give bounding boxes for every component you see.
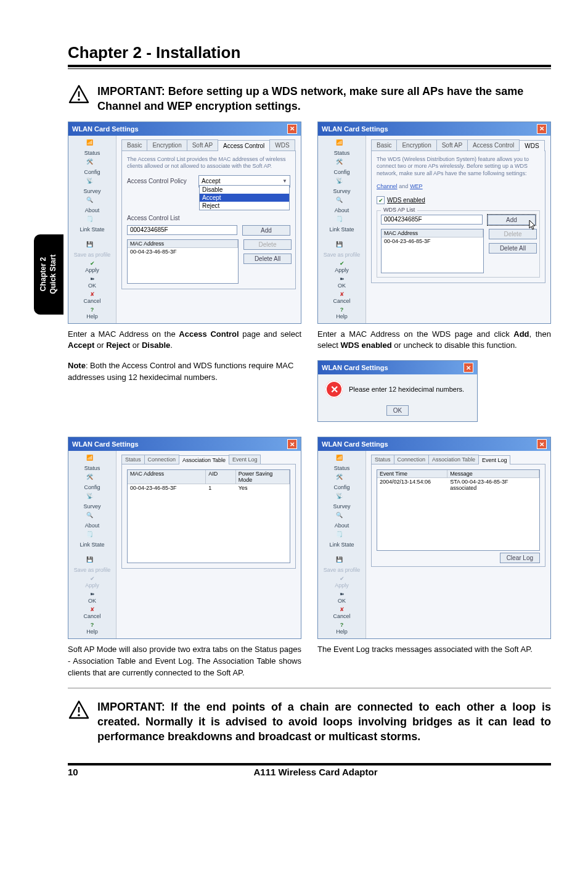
tab-softap[interactable]: Soft AP	[436, 139, 468, 151]
event-listbox[interactable]: Event Time Message 2004/02/13-14:54:06 S…	[377, 469, 540, 551]
sidebar-item-config[interactable]: 🛠️Config	[321, 474, 363, 490]
sidebar-item-cancel[interactable]: ✘Cancel	[321, 606, 363, 619]
tab-access-control[interactable]: Access Control	[467, 139, 520, 151]
sidebar-item-ok[interactable]: ➽OK	[321, 591, 363, 604]
tab-basic[interactable]: Basic	[121, 139, 147, 151]
sidebar-item-save-profile: 💾Save as profile	[321, 241, 363, 258]
sidebar-item-cancel[interactable]: ✘Cancel	[71, 606, 113, 619]
about-icon: 🔍	[86, 197, 99, 207]
sidebar-item-apply[interactable]: ✔Apply	[71, 260, 113, 273]
sidebar-item-status[interactable]: 📶Status	[321, 139, 363, 156]
close-icon[interactable]: ✕	[463, 363, 473, 373]
tab-basic[interactable]: Basic	[371, 139, 397, 151]
survey-icon: 📡	[86, 493, 99, 503]
tab-encryption[interactable]: Encryption	[147, 139, 187, 151]
sidebar-item-survey[interactable]: 📡Survey	[71, 493, 113, 510]
sidebar-item-about[interactable]: 🔍About	[71, 512, 113, 529]
sidebar-item-help[interactable]: ?Help	[321, 622, 363, 635]
col-mac: MAC Address	[382, 229, 483, 237]
sidebar-item-apply[interactable]: ✔Apply	[321, 260, 363, 273]
policy-select[interactable]: Accept ▼ Disable Accept Reject	[198, 175, 290, 188]
save-icon: 💾	[336, 556, 348, 566]
delete-all-button[interactable]: Delete All	[243, 254, 292, 264]
important-text-2: IMPORTANT: If the end points of a chain …	[97, 699, 551, 745]
assoc-listbox[interactable]: MAC Address AID Power Saving Mode 00-04-…	[127, 469, 290, 563]
sidebar-item-linkstate[interactable]: 🗒️Link State	[71, 531, 113, 548]
ok-icon: ➽	[90, 276, 95, 282]
checkbox-icon: ✔	[377, 196, 385, 204]
cell-mac: 00-04-23-46-85-3F	[128, 484, 206, 492]
policy-dropdown[interactable]: Disable Accept Reject	[199, 185, 290, 210]
wds-add-button[interactable]: Add	[488, 215, 536, 225]
clear-log-button[interactable]: Clear Log	[500, 553, 540, 563]
delete-button[interactable]: Delete	[489, 229, 537, 239]
tab-wds[interactable]: WDS	[519, 140, 544, 151]
tab-event-log[interactable]: Event Log	[478, 455, 511, 464]
mac-row[interactable]: 00-04-23-46-85-3F	[128, 248, 238, 255]
wds-mac-listbox[interactable]: MAC Address 00-04-23-46-85-3F	[381, 229, 484, 273]
caption-access: Enter a MAC Address on the Access Contro…	[68, 329, 301, 352]
sidebar-item-survey[interactable]: 📡Survey	[71, 178, 113, 194]
tab-assoc-table[interactable]: Association Table	[428, 455, 479, 464]
sidebar-item-save-profile: 💾Save as profile	[71, 241, 113, 258]
group-title: WDS AP List	[381, 207, 417, 213]
sidebar-item-linkstate[interactable]: 🗒️Link State	[321, 216, 363, 233]
tab-softap[interactable]: Soft AP	[187, 139, 218, 151]
sidebar-item-status[interactable]: 📶Status	[71, 455, 113, 471]
dialog-title: WLAN Card Settings	[322, 440, 388, 448]
sidebar-item-about[interactable]: 🔍About	[321, 197, 363, 213]
wds-mac-input[interactable]: 0004234685F	[381, 215, 483, 225]
mac-row[interactable]: 00-04-23-46-85-3F	[382, 237, 483, 245]
tab-connection[interactable]: Connection	[144, 455, 180, 464]
sidebar-item-cancel[interactable]: ✘Cancel	[321, 291, 363, 304]
config-icon: 🛠️	[86, 474, 99, 484]
sidebar-item-ok[interactable]: ➽OK	[71, 591, 113, 604]
col-mac: MAC Address	[128, 240, 238, 248]
tab-assoc-table[interactable]: Association Table	[179, 455, 229, 464]
dialog-sidebar: 📶Status 🛠️Config 📡Survey 🔍About 🗒️Link S…	[318, 451, 366, 638]
close-icon[interactable]: ✕	[537, 124, 547, 134]
sidebar-item-ok[interactable]: ➽OK	[321, 276, 363, 289]
title-rule-thick	[68, 65, 551, 67]
tab-wds[interactable]: WDS	[269, 139, 295, 151]
sidebar-item-help[interactable]: ?Help	[71, 622, 113, 635]
wep-link[interactable]: WEP	[410, 183, 423, 189]
tab-encryption[interactable]: Encryption	[396, 139, 436, 151]
sidebar-item-config[interactable]: 🛠️Config	[71, 159, 113, 175]
tab-access-control[interactable]: Access Control	[218, 140, 270, 151]
sidebar-item-linkstate[interactable]: 🗒️Link State	[71, 216, 113, 233]
sidebar-item-ok[interactable]: ➽OK	[71, 276, 113, 289]
sidebar-item-status[interactable]: 📶Status	[71, 139, 113, 156]
delete-button[interactable]: Delete	[243, 239, 292, 250]
close-icon[interactable]: ✕	[287, 124, 297, 134]
sidebar-item-config[interactable]: 🛠️Config	[321, 159, 363, 175]
tab-status[interactable]: Status	[371, 455, 394, 464]
add-button[interactable]: Add	[242, 225, 290, 236]
sidebar-item-status[interactable]: 📶Status	[321, 455, 363, 471]
mac-input[interactable]: 0004234685F	[127, 225, 237, 235]
close-icon[interactable]: ✕	[537, 439, 547, 449]
sidebar-item-survey[interactable]: 📡Survey	[321, 493, 363, 510]
sidebar-item-linkstate[interactable]: 🗒️Link State	[321, 531, 363, 548]
sidebar-item-help[interactable]: ?Help	[71, 307, 113, 320]
tab-connection[interactable]: Connection	[394, 455, 430, 464]
tab-status[interactable]: Status	[121, 455, 145, 464]
sidebar-item-survey[interactable]: 📡Survey	[321, 178, 363, 194]
dialog-event-log: WLAN Card Settings ✕ 📶Status 🛠️Config 📡S…	[317, 437, 551, 639]
linkstate-icon: 🗒️	[336, 216, 348, 226]
sidebar-item-about[interactable]: 🔍About	[71, 197, 113, 213]
mac-listbox[interactable]: MAC Address 00-04-23-46-85-3F	[127, 239, 239, 284]
tab-event-log[interactable]: Event Log	[229, 455, 261, 464]
save-icon: 💾	[336, 241, 348, 251]
wds-enabled-checkbox[interactable]: ✔ WDS enabled	[377, 196, 425, 204]
sidebar-item-config[interactable]: 🛠️Config	[71, 474, 113, 490]
status-icon: 📶	[336, 455, 348, 464]
alert-ok-button[interactable]: OK	[386, 405, 409, 416]
sidebar-item-about[interactable]: 🔍About	[321, 512, 363, 529]
sidebar-item-help[interactable]: ?Help	[321, 307, 363, 320]
close-icon[interactable]: ✕	[287, 439, 297, 449]
about-icon: 🔍	[336, 512, 348, 522]
channel-link[interactable]: Channel	[377, 183, 398, 189]
delete-all-button[interactable]: Delete All	[489, 243, 537, 254]
sidebar-item-cancel[interactable]: ✘Cancel	[71, 291, 113, 304]
